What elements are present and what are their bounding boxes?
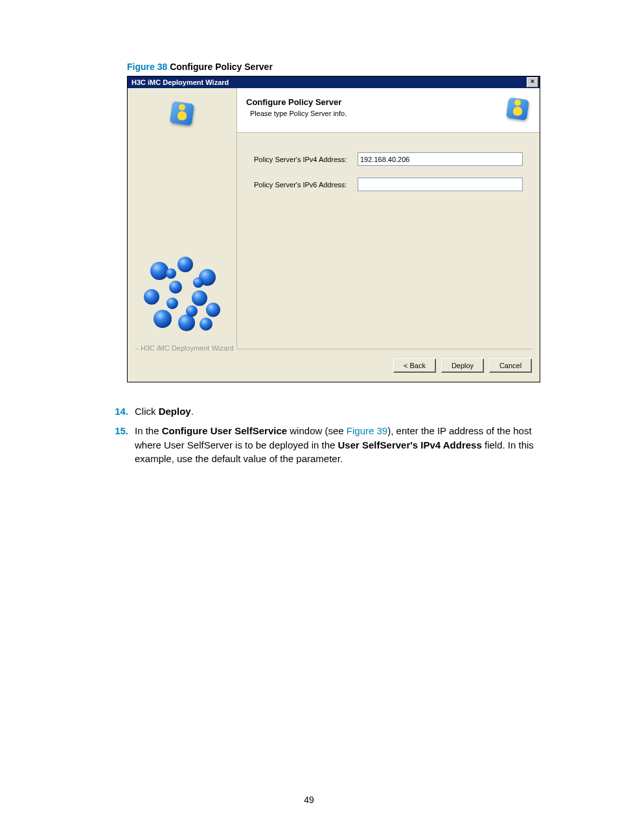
wizard-window: H3C iMC Deployment Wizard × (127, 76, 540, 382)
back-button[interactable]: < Back (393, 358, 436, 373)
svg-point-5 (192, 290, 207, 306)
figure-caption: Figure 38 Configure Policy Server (127, 62, 556, 72)
header-subtitle: Please type Policy Server info. (246, 110, 347, 117)
window-title: H3C iMC Deployment Wizard (132, 78, 229, 86)
ipv6-input[interactable] (358, 178, 523, 191)
deploy-button[interactable]: Deploy (441, 358, 484, 373)
footer-group-label: H3C iMC Deployment Wizard (138, 344, 236, 352)
figure-title: Configure Policy Server (170, 62, 273, 72)
svg-point-3 (144, 289, 159, 305)
step-text: In the Configure User SelfService window… (135, 424, 556, 466)
cancel-button[interactable]: Cancel (489, 358, 532, 373)
wizard-right-pane: Configure Policy Server Please type Poli… (236, 88, 540, 347)
svg-point-0 (150, 262, 168, 280)
form-area: Policy Server's IPv4 Address: Policy Ser… (237, 133, 540, 347)
svg-point-13 (193, 277, 203, 288)
svg-point-1 (177, 257, 193, 272)
svg-point-9 (200, 318, 212, 331)
page-number: 49 (0, 795, 618, 805)
info-icon (168, 100, 196, 127)
titlebar: H3C iMC Deployment Wizard × (128, 76, 540, 88)
figure-label: Figure 38 (127, 62, 167, 72)
svg-point-12 (166, 268, 176, 279)
wizard-header: Configure Policy Server Please type Poli… (237, 88, 540, 133)
ipv4-label: Policy Server's IPv4 Address: (254, 156, 358, 163)
wizard-left-pane (128, 88, 236, 347)
step-text: Click Deploy. (135, 404, 556, 419)
list-item: 15. In the Configure User SelfService wi… (106, 424, 556, 466)
svg-point-7 (154, 310, 172, 328)
wizard-footer: H3C iMC Deployment Wizard < Back Deploy … (128, 347, 540, 382)
svg-point-4 (169, 281, 182, 294)
molecule-graphic (140, 251, 224, 336)
step-number: 15. (106, 424, 135, 466)
header-title: Configure Policy Server (246, 97, 347, 107)
svg-point-11 (186, 305, 198, 317)
ipv6-label: Policy Server's IPv6 Address: (254, 181, 358, 189)
svg-point-6 (206, 303, 220, 317)
instruction-list: 14. Click Deploy. 15. In the Configure U… (106, 404, 556, 466)
step-number: 14. (106, 404, 135, 419)
svg-point-10 (166, 298, 178, 309)
ipv4-input[interactable] (358, 152, 523, 166)
info-icon (505, 96, 531, 122)
list-item: 14. Click Deploy. (106, 404, 556, 419)
figure-link[interactable]: Figure 39 (347, 425, 387, 436)
close-button[interactable]: × (527, 77, 538, 88)
